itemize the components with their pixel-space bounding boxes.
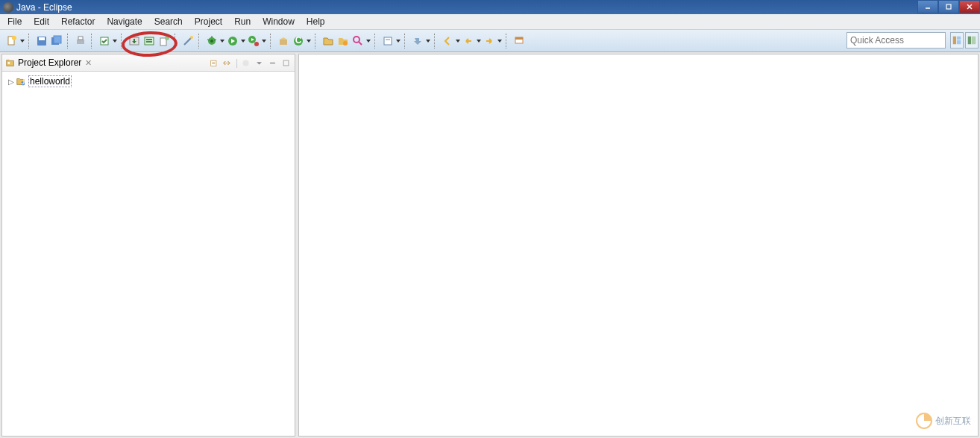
toggle-breadcrumb-dropdown[interactable]: [395, 34, 401, 48]
svg-point-32: [343, 41, 348, 46]
maximize-view-button[interactable]: [280, 57, 292, 69]
prev-edit-dropdown[interactable]: [455, 34, 461, 48]
editor-area: [298, 54, 979, 437]
workbench-content: Project Explorer ✕ | ▷ J helloworld: [0, 52, 980, 438]
minimize-view-button[interactable]: [267, 57, 278, 69]
menubar: File Edit Refactor Navigate Search Proje…: [0, 14, 980, 30]
svg-rect-15: [146, 39, 152, 40]
new-class-dropdown[interactable]: [306, 34, 312, 48]
link-editor-button[interactable]: [222, 57, 233, 69]
save-button[interactable]: [35, 34, 48, 48]
tree-item-helloworld[interactable]: ▷ J helloworld: [7, 75, 290, 88]
menu-search[interactable]: Search: [148, 15, 189, 28]
tree-item-label: helloworld: [28, 75, 72, 87]
run-dropdown[interactable]: [240, 34, 246, 48]
run-button[interactable]: [226, 34, 239, 48]
open-task-button[interactable]: [336, 34, 350, 48]
svg-rect-38: [515, 37, 523, 40]
wand-button[interactable]: [181, 34, 195, 48]
back-dropdown[interactable]: [476, 34, 482, 48]
next-annotation-button[interactable]: [411, 34, 424, 48]
menu-project[interactable]: Project: [189, 15, 228, 28]
menu-file[interactable]: File: [1, 15, 28, 28]
menu-run[interactable]: Run: [228, 15, 257, 28]
svg-point-28: [254, 42, 259, 46]
menu-help[interactable]: Help: [301, 15, 331, 28]
new-button[interactable]: [5, 34, 19, 48]
forward-button[interactable]: [483, 34, 496, 48]
svg-rect-16: [146, 41, 152, 43]
print-button[interactable]: [74, 34, 87, 48]
svg-rect-44: [8, 62, 10, 64]
next-annotation-dropdown[interactable]: [425, 34, 431, 48]
svg-rect-42: [968, 37, 971, 45]
toggle-breadcrumb-button[interactable]: [381, 34, 395, 48]
new-package-button[interactable]: [277, 34, 290, 48]
project-explorer-tab[interactable]: Project Explorer ✕: [2, 56, 95, 69]
menu-navigate[interactable]: Navigate: [101, 15, 148, 28]
menu-edit[interactable]: Edit: [28, 15, 55, 28]
svg-point-22: [210, 40, 213, 43]
new-class-button[interactable]: C: [292, 34, 305, 48]
publish-server-button[interactable]: [142, 34, 156, 48]
svg-rect-29: [280, 40, 287, 45]
svg-rect-39: [953, 37, 956, 45]
save-all-button[interactable]: [50, 34, 63, 48]
new-dropdown[interactable]: [19, 34, 25, 48]
collapse-all-button[interactable]: [209, 57, 220, 69]
window-titlebar: Java - Eclipse: [0, 0, 980, 14]
debug-button[interactable]: [205, 34, 219, 48]
svg-rect-10: [77, 40, 84, 44]
svg-rect-43: [972, 37, 976, 45]
svg-rect-35: [384, 37, 392, 45]
back-button[interactable]: [462, 34, 475, 48]
svg-rect-9: [54, 36, 61, 43]
menu-window[interactable]: Window: [257, 15, 301, 28]
project-explorer-view: Project Explorer ✕ | ▷ J helloworld: [1, 54, 295, 437]
maximize-button[interactable]: [938, 0, 959, 13]
search-dropdown[interactable]: [365, 34, 371, 48]
new-server-button[interactable]: [157, 34, 171, 48]
prev-edit-button[interactable]: [441, 34, 454, 48]
debug-dropdown[interactable]: [219, 34, 225, 48]
perspective-switcher: [950, 32, 979, 49]
menu-refactor[interactable]: Refactor: [55, 15, 101, 28]
forward-dropdown[interactable]: [497, 34, 503, 48]
view-menu-button[interactable]: [254, 57, 265, 69]
expand-arrow-icon[interactable]: ▷: [7, 78, 16, 86]
build-dropdown[interactable]: [112, 34, 118, 48]
project-explorer-tab-label: Project Explorer: [18, 57, 81, 68]
folder-tree-icon: [5, 57, 16, 68]
svg-text:J: J: [21, 77, 25, 86]
svg-rect-1: [946, 4, 951, 9]
project-tree: ▷ J helloworld: [2, 72, 295, 436]
view-tab-bar: Project Explorer ✕ |: [2, 54, 295, 72]
svg-point-20: [190, 36, 193, 39]
svg-text:C: C: [295, 35, 302, 46]
svg-rect-40: [957, 37, 961, 40]
run-last-dropdown[interactable]: [261, 34, 267, 48]
minimize-button[interactable]: [917, 0, 938, 13]
window-controls: [917, 0, 980, 13]
svg-line-19: [184, 37, 192, 45]
run-last-button[interactable]: [247, 34, 260, 48]
build-button[interactable]: [98, 34, 111, 48]
close-view-icon[interactable]: ✕: [85, 58, 92, 68]
search-button[interactable]: [351, 34, 365, 48]
svg-rect-7: [39, 37, 45, 40]
start-server-button[interactable]: [128, 34, 141, 48]
quick-access: [846, 32, 946, 49]
pin-editor-button[interactable]: [512, 34, 526, 48]
watermark-label: 创新互联: [935, 415, 971, 428]
open-perspective-button[interactable]: [950, 32, 964, 49]
open-type-button[interactable]: [321, 34, 335, 48]
java-project-icon: J: [16, 76, 26, 87]
svg-point-5: [12, 36, 16, 40]
java-perspective-button[interactable]: [965, 32, 979, 49]
svg-rect-49: [283, 60, 289, 66]
close-button[interactable]: [959, 0, 980, 13]
focus-task-button[interactable]: [240, 57, 251, 69]
svg-rect-48: [270, 62, 275, 63]
quick-access-input[interactable]: [846, 32, 946, 49]
svg-rect-41: [957, 40, 961, 44]
